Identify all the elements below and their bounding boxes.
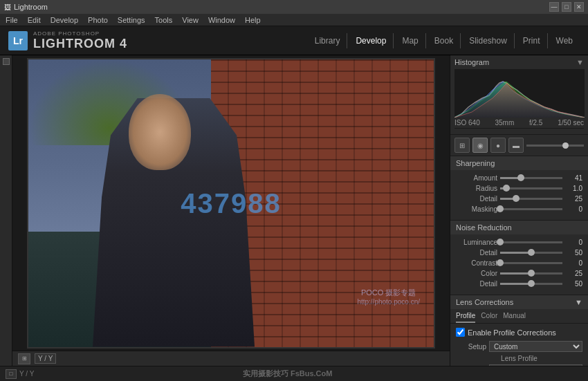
lens-tab-color[interactable]: Color <box>481 312 497 323</box>
sharpening-masking-value: 0 <box>565 205 582 213</box>
app-icon: 🖼 <box>4 3 11 11</box>
tab-library[interactable]: Library <box>308 33 348 48</box>
tab-print[interactable]: Print <box>516 33 548 48</box>
sharpening-masking-row: Masking 0 <box>456 205 582 213</box>
lens-tab-profile[interactable]: Profile <box>456 312 475 323</box>
lr-title-block: ADOBE PHOTOSHOP LIGHTROOM 4 <box>33 30 127 51</box>
enable-profile-checkbox[interactable] <box>456 328 465 337</box>
nr-color-track <box>500 272 562 275</box>
noise-reduction-content: Luminance 0 Detail 50 Cont <box>450 234 588 295</box>
menu-view[interactable]: View <box>182 16 199 24</box>
menu-develop[interactable]: Develop <box>50 16 78 24</box>
nr-luminance-thumb[interactable] <box>497 239 504 245</box>
restore-button[interactable]: □ <box>562 2 571 12</box>
histogram-info: ISO 640 35mm f/2.5 1/50 sec <box>454 118 584 129</box>
sharpening-amount-thumb[interactable] <box>517 174 524 181</box>
nr-color-detail-value: 50 <box>565 280 582 288</box>
nr-color-value: 25 <box>565 270 582 277</box>
close-button[interactable]: ✕ <box>574 2 584 12</box>
tab-map[interactable]: Map <box>395 33 425 48</box>
nr-detail-track <box>500 252 562 254</box>
tool-circle-icon[interactable]: ◉ <box>472 138 488 153</box>
tool-slider[interactable] <box>526 145 584 147</box>
nav-tabs: Library Develop Map Book Slideshow Print… <box>308 33 580 48</box>
sharpening-header[interactable]: Sharpening <box>450 156 588 170</box>
menu-edit[interactable]: Edit <box>28 16 41 24</box>
tool-line-icon[interactable]: ▬ <box>508 138 524 153</box>
face-area <box>129 94 191 170</box>
histogram-header: Histogram ▼ <box>454 58 584 66</box>
histogram-iso: ISO 640 <box>454 119 480 127</box>
nr-contrast-thumb[interactable] <box>497 259 504 266</box>
histogram-title: Histogram <box>454 58 489 66</box>
window-title: Lightroom <box>14 3 48 11</box>
tool-dot-icon[interactable]: ● <box>490 138 506 153</box>
lens-make-row: Make Nikon <box>456 364 582 366</box>
lens-profile-header: Lens Profile <box>456 355 582 362</box>
nr-color-row: Color 25 <box>456 270 582 277</box>
enable-profile-row: Enable Profile Corrections <box>456 328 582 337</box>
tab-book[interactable]: Book <box>428 33 461 48</box>
sharpening-masking-track <box>500 208 562 210</box>
lens-make-select[interactable]: Nikon <box>489 364 582 366</box>
menu-file[interactable]: File <box>6 16 18 24</box>
nr-luminance-track <box>500 241 562 243</box>
filmstrip-toggle[interactable]: □ <box>6 369 17 379</box>
sharpening-panel: Sharpening Amount 41 Radius <box>450 156 588 221</box>
minimize-button[interactable]: — <box>549 2 559 12</box>
nr-color-thumb[interactable] <box>528 270 535 277</box>
main-layout: 437988 POCO 摄影专题 http://photo.poco.cn/ ⊞… <box>0 55 588 366</box>
lens-tab-manual[interactable]: Manual <box>503 312 526 323</box>
histogram-shutter: 1/50 sec <box>558 119 584 127</box>
menu-help[interactable]: Help <box>245 16 261 24</box>
nr-color-detail-track <box>500 283 562 285</box>
menu-bar: File Edit Develop Photo Settings Tools V… <box>0 14 588 26</box>
menu-settings[interactable]: Settings <box>118 16 145 24</box>
bottom-xy: Y / Y <box>19 370 34 378</box>
nr-detail-value: 50 <box>565 249 582 257</box>
nr-luminance-row: Luminance 0 <box>456 239 582 246</box>
noise-reduction-header[interactable]: Noise Reduction <box>450 221 588 234</box>
menu-tools[interactable]: Tools <box>155 16 173 24</box>
sharpening-detail-thumb[interactable] <box>513 195 520 202</box>
histogram-section: Histogram ▼ <box>450 55 588 135</box>
sharpening-detail-value: 25 <box>565 195 582 203</box>
xy-label: Y / Y <box>35 353 56 364</box>
nr-detail-label: Detail <box>456 249 497 257</box>
center-watermark-number: 437988 <box>181 187 281 219</box>
lens-setup-select[interactable]: Custom <box>489 341 582 352</box>
nr-detail-thumb[interactable] <box>528 249 535 256</box>
nr-color-detail-fill <box>500 283 531 285</box>
nr-luminance-label: Luminance <box>456 239 497 246</box>
lens-corrections-arrow[interactable]: ▼ <box>575 298 582 306</box>
lens-content: Enable Profile Corrections Setup Custom … <box>450 324 588 366</box>
sharpening-masking-label: Masking <box>456 205 497 213</box>
view-mode-button[interactable]: ⊞ <box>18 353 30 364</box>
nr-contrast-label: Contrast <box>456 259 497 267</box>
watermark-cn: POCO 摄影专题 <box>357 288 420 298</box>
tab-web[interactable]: Web <box>549 33 580 48</box>
tab-slideshow[interactable]: Slideshow <box>462 33 515 48</box>
nr-contrast-value: 0 <box>565 259 582 267</box>
tool-grid-icon[interactable]: ⊞ <box>454 138 470 153</box>
tools-row: ⊞ ◉ ● ▬ <box>450 135 588 156</box>
left-panel-toggle[interactable] <box>3 58 10 65</box>
tab-develop[interactable]: Develop <box>349 33 394 48</box>
lens-corrections-header[interactable]: Lens Corrections ▼ <box>450 295 588 309</box>
nr-color-detail-thumb[interactable] <box>528 280 535 287</box>
histogram-focal: 35mm <box>495 119 514 127</box>
title-bar: 🖼 Lightroom — □ ✕ <box>0 0 588 14</box>
histogram-arrow[interactable]: ▼ <box>576 58 584 66</box>
sharpening-amount-row: Amount 41 <box>456 174 582 182</box>
sharpening-masking-thumb[interactable] <box>497 205 504 212</box>
nr-color-detail-row: Detail 50 <box>456 280 582 288</box>
nr-color-detail-label: Detail <box>456 280 497 288</box>
noise-reduction-title: Noise Reduction <box>456 223 512 232</box>
menu-window[interactable]: Window <box>208 16 235 24</box>
sharpening-radius-value: 1.0 <box>565 185 582 192</box>
bottom-toolbar: ⊞ Y / Y <box>12 351 450 366</box>
app-header: Lr ADOBE PHOTOSHOP LIGHTROOM 4 Library D… <box>0 26 588 55</box>
nr-color-fill <box>500 272 531 275</box>
sharpening-radius-thumb[interactable] <box>503 185 510 192</box>
menu-photo[interactable]: Photo <box>88 16 108 24</box>
